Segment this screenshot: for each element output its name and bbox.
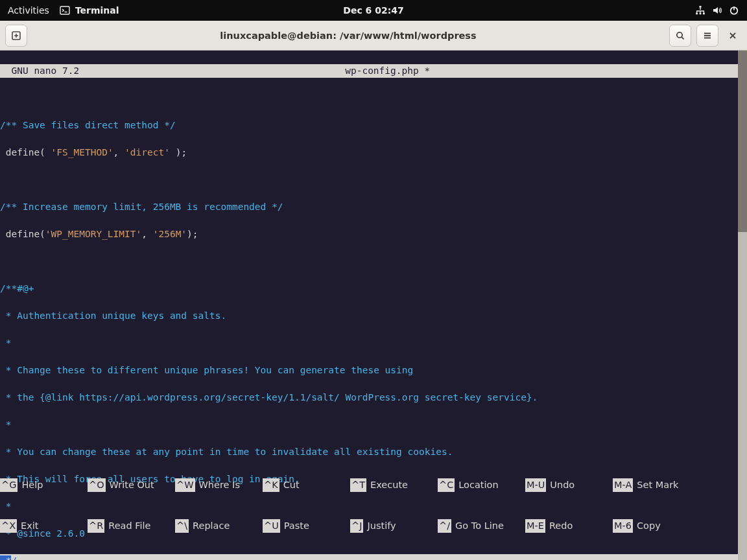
active-app-label: Terminal: [75, 5, 119, 16]
window-header: linuxcapable@debian: /var/www/html/wordp…: [0, 21, 747, 51]
shortcut-label: Help: [18, 478, 43, 492]
shortcut-label: Redo: [545, 519, 573, 533]
scrollbar[interactable]: [738, 51, 747, 560]
shortcut-key: ^W: [175, 478, 195, 492]
shortcut-key: M-U: [525, 478, 546, 492]
menu-button[interactable]: [696, 25, 718, 47]
code-line: /** Increase memory limit, 256MB is reco…: [0, 200, 738, 214]
footer-row: ^GHelp ^OWrite Out ^WWhere Is ^KCut ^TEx…: [0, 478, 738, 492]
shortcut-key: ^J: [350, 519, 363, 533]
volume-icon[interactable]: [712, 5, 722, 16]
code-line: *: [0, 336, 738, 350]
svg-rect-1: [700, 6, 702, 8]
nano-title-bar: GNU nano 7.2wp-config.php *: [0, 64, 738, 78]
code-line: define( 'FS_METHOD', 'direct' );: [0, 146, 738, 159]
network-icon[interactable]: [695, 5, 706, 16]
shortcut-label: Execute: [366, 478, 408, 492]
shortcut-label: Read File: [104, 519, 150, 533]
shortcut-key: ^/: [438, 519, 451, 533]
clock[interactable]: Dec 6 02:47: [343, 5, 403, 16]
shortcut-key: M-A: [613, 478, 633, 492]
shortcut-key: ^R: [88, 519, 104, 533]
shortcut-key: ^\: [175, 519, 189, 533]
shortcut-label: Justify: [363, 519, 396, 533]
code-line: * Authentication unique keys and salts.: [0, 309, 738, 323]
close-icon: [728, 31, 737, 40]
search-button[interactable]: [669, 25, 691, 47]
close-button[interactable]: [724, 25, 742, 47]
shortcut-key: ^G: [0, 478, 18, 492]
shortcut-label: Go To Line: [451, 519, 504, 533]
new-tab-icon: [11, 30, 21, 41]
terminal-icon: [60, 5, 70, 16]
code-line: * Change these to different unique phras…: [0, 364, 738, 377]
code-line: /** Save files direct method */: [0, 119, 738, 132]
shortcut-key: ^T: [350, 478, 366, 492]
gnome-top-bar: Activities Terminal Dec 6 02:47: [0, 0, 747, 21]
svg-point-7: [677, 32, 682, 37]
shortcut-label: Cut: [279, 478, 300, 492]
shortcut-label: Set Mark: [633, 478, 678, 492]
power-icon[interactable]: [729, 5, 739, 16]
code-line: *: [0, 418, 738, 432]
shortcut-label: Exit: [17, 519, 38, 533]
terminal-viewport[interactable]: GNU nano 7.2wp-config.php * /** Save fil…: [0, 51, 747, 560]
scrollbar-thumb[interactable]: [738, 51, 747, 232]
shortcut-key: ^C: [438, 478, 455, 492]
code-line: * the {@link https://api.wordpress.org/s…: [0, 391, 738, 404]
nano-footer: ^GHelp ^OWrite Out ^WWhere Is ^KCut ^TEx…: [0, 451, 738, 560]
shortcut-label: Replace: [189, 519, 230, 533]
footer-row: ^XExit ^RRead File ^\Replace ^UPaste ^JJ…: [0, 519, 738, 533]
svg-rect-3: [700, 13, 702, 15]
code-line: define('WP_MEMORY_LIMIT', '256M');: [0, 228, 738, 241]
shortcut-label: Undo: [546, 478, 575, 492]
shortcut-label: Write Out: [106, 478, 154, 492]
shortcut-key: ^X: [0, 519, 17, 533]
svg-rect-2: [696, 13, 698, 15]
new-tab-button[interactable]: [5, 25, 27, 47]
shortcut-label: Copy: [633, 519, 661, 533]
shortcut-key: M-E: [525, 519, 545, 533]
shortcut-label: Location: [455, 478, 498, 492]
shortcut-label: Paste: [280, 519, 309, 533]
shortcut-key: M-6: [613, 519, 633, 533]
svg-rect-0: [60, 6, 69, 14]
search-icon: [675, 30, 685, 41]
svg-rect-4: [703, 13, 705, 15]
shortcut-key: ^K: [263, 478, 279, 492]
shortcut-label: Where Is: [195, 478, 240, 492]
code-line: /**#@+: [0, 282, 738, 296]
active-app[interactable]: Terminal: [60, 5, 119, 16]
shortcut-key: ^O: [88, 478, 106, 492]
activities-button[interactable]: Activities: [8, 5, 49, 16]
window-title: linuxcapable@debian: /var/www/html/wordp…: [32, 30, 664, 41]
shortcut-key: ^U: [263, 519, 280, 533]
hamburger-icon: [702, 30, 713, 41]
